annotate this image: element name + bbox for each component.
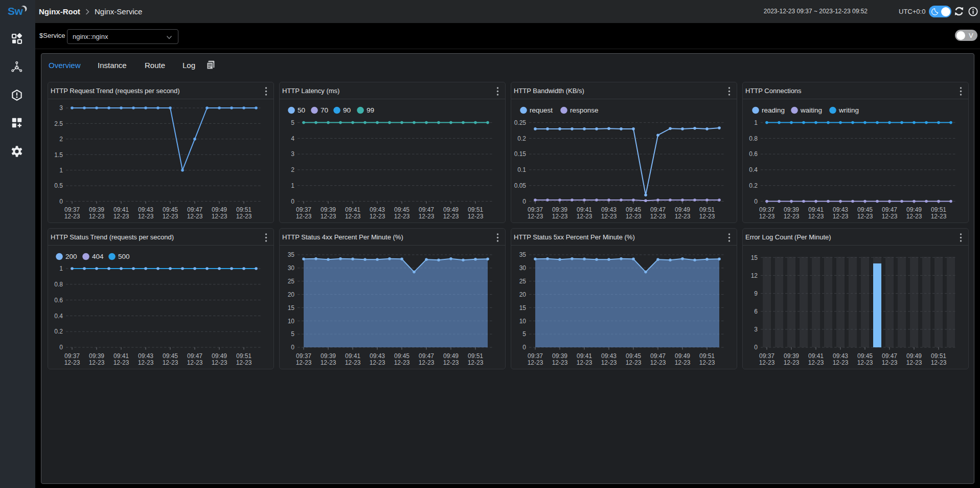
svg-text:12-23: 12-23 xyxy=(833,213,849,220)
svg-text:09:49: 09:49 xyxy=(906,206,922,213)
svg-text:12-23: 12-23 xyxy=(296,213,312,220)
svg-text:09:49: 09:49 xyxy=(443,206,459,213)
svg-text:12-23: 12-23 xyxy=(370,213,385,220)
svg-text:09:43: 09:43 xyxy=(833,352,848,360)
svg-text:09:49: 09:49 xyxy=(675,352,690,360)
svg-text:35: 35 xyxy=(519,251,527,258)
svg-text:5: 5 xyxy=(291,119,294,126)
svg-text:12-23: 12-23 xyxy=(626,213,642,220)
svg-text:09:37: 09:37 xyxy=(296,206,311,213)
svg-text:09:37: 09:37 xyxy=(296,352,311,360)
svg-text:12-23: 12-23 xyxy=(833,359,849,366)
svg-text:30: 30 xyxy=(519,264,527,272)
svg-text:25: 25 xyxy=(519,278,527,285)
svg-text:12-23: 12-23 xyxy=(906,359,922,366)
svg-text:70: 70 xyxy=(321,106,328,114)
svg-text:09:45: 09:45 xyxy=(857,206,873,213)
svg-text:0.25: 0.25 xyxy=(514,119,527,126)
svg-text:0.5: 0.5 xyxy=(54,182,63,189)
svg-text:12-23: 12-23 xyxy=(552,213,568,220)
svg-text:0: 0 xyxy=(522,344,526,351)
svg-text:09:45: 09:45 xyxy=(163,352,178,360)
svg-text:09:45: 09:45 xyxy=(163,206,178,213)
svg-text:12-23: 12-23 xyxy=(528,359,543,366)
svg-text:12-23: 12-23 xyxy=(808,359,824,366)
svg-text:2: 2 xyxy=(59,136,63,143)
svg-text:3: 3 xyxy=(754,326,758,333)
svg-text:response: response xyxy=(570,106,599,114)
svg-text:12-23: 12-23 xyxy=(882,359,898,366)
svg-text:500: 500 xyxy=(118,253,130,260)
svg-text:12-23: 12-23 xyxy=(528,213,543,220)
svg-text:12-23: 12-23 xyxy=(321,359,336,366)
svg-text:12-23: 12-23 xyxy=(370,359,385,366)
svg-text:09:43: 09:43 xyxy=(138,352,153,360)
svg-text:09:37: 09:37 xyxy=(528,352,543,360)
svg-text:12-23: 12-23 xyxy=(163,213,178,220)
svg-text:09:49: 09:49 xyxy=(675,206,690,213)
svg-text:09:51: 09:51 xyxy=(699,206,715,213)
svg-text:2: 2 xyxy=(291,166,294,173)
svg-text:10: 10 xyxy=(288,318,295,325)
svg-text:12-23: 12-23 xyxy=(857,213,873,220)
svg-text:0: 0 xyxy=(59,344,63,351)
svg-text:12-23: 12-23 xyxy=(138,359,154,366)
svg-text:12-23: 12-23 xyxy=(187,359,203,366)
svg-text:09:41: 09:41 xyxy=(345,206,360,213)
svg-text:20: 20 xyxy=(288,291,295,298)
svg-text:09:45: 09:45 xyxy=(626,352,641,360)
svg-text:0.6: 0.6 xyxy=(54,297,63,304)
svg-text:12-23: 12-23 xyxy=(236,359,252,366)
svg-text:15: 15 xyxy=(288,304,295,312)
svg-text:12-23: 12-23 xyxy=(857,359,873,366)
svg-text:12-23: 12-23 xyxy=(808,213,824,220)
svg-text:09:37: 09:37 xyxy=(64,352,80,360)
svg-text:0: 0 xyxy=(291,198,294,205)
svg-text:12-23: 12-23 xyxy=(882,213,898,220)
svg-text:09:41: 09:41 xyxy=(808,206,824,213)
svg-text:09:47: 09:47 xyxy=(419,206,434,213)
svg-text:5: 5 xyxy=(291,330,294,338)
svg-text:12-23: 12-23 xyxy=(64,213,80,220)
svg-text:0.05: 0.05 xyxy=(514,182,527,189)
svg-text:12-23: 12-23 xyxy=(650,213,666,220)
svg-text:09:45: 09:45 xyxy=(394,206,409,213)
svg-text:09:51: 09:51 xyxy=(236,352,252,360)
svg-text:09:41: 09:41 xyxy=(577,352,592,360)
svg-text:12-23: 12-23 xyxy=(443,213,459,220)
svg-text:12-23: 12-23 xyxy=(906,213,922,220)
svg-text:12-23: 12-23 xyxy=(321,213,336,220)
svg-text:15: 15 xyxy=(519,304,527,312)
svg-text:12-23: 12-23 xyxy=(468,359,484,366)
svg-text:09:51: 09:51 xyxy=(468,206,483,213)
svg-text:9: 9 xyxy=(754,290,758,297)
svg-text:12-23: 12-23 xyxy=(675,359,691,366)
svg-text:1: 1 xyxy=(59,167,63,174)
svg-text:12-23: 12-23 xyxy=(650,359,666,366)
svg-text:12-23: 12-23 xyxy=(89,213,105,220)
svg-text:09:49: 09:49 xyxy=(443,352,459,360)
svg-text:09:37: 09:37 xyxy=(759,206,774,213)
svg-text:12-23: 12-23 xyxy=(931,359,947,366)
svg-text:09:45: 09:45 xyxy=(857,352,873,360)
svg-text:5: 5 xyxy=(522,330,526,338)
svg-text:writing: writing xyxy=(838,106,859,114)
svg-text:4: 4 xyxy=(291,135,294,142)
svg-text:12-23: 12-23 xyxy=(699,213,715,220)
svg-text:09:45: 09:45 xyxy=(394,352,409,360)
svg-text:0.2: 0.2 xyxy=(749,182,758,189)
svg-text:0.2: 0.2 xyxy=(517,135,526,142)
svg-text:0.8: 0.8 xyxy=(54,281,63,288)
svg-text:12-23: 12-23 xyxy=(759,213,775,220)
svg-text:09:47: 09:47 xyxy=(882,352,897,360)
svg-text:99: 99 xyxy=(367,106,374,114)
svg-text:2.5: 2.5 xyxy=(54,120,63,127)
svg-text:09:41: 09:41 xyxy=(113,352,129,360)
svg-text:12-23: 12-23 xyxy=(699,359,715,366)
svg-text:09:47: 09:47 xyxy=(187,206,202,213)
svg-text:09:37: 09:37 xyxy=(759,352,774,360)
svg-text:12-23: 12-23 xyxy=(468,213,484,220)
svg-text:12-23: 12-23 xyxy=(296,359,312,366)
svg-text:12-23: 12-23 xyxy=(345,213,361,220)
svg-text:12-23: 12-23 xyxy=(577,213,592,220)
